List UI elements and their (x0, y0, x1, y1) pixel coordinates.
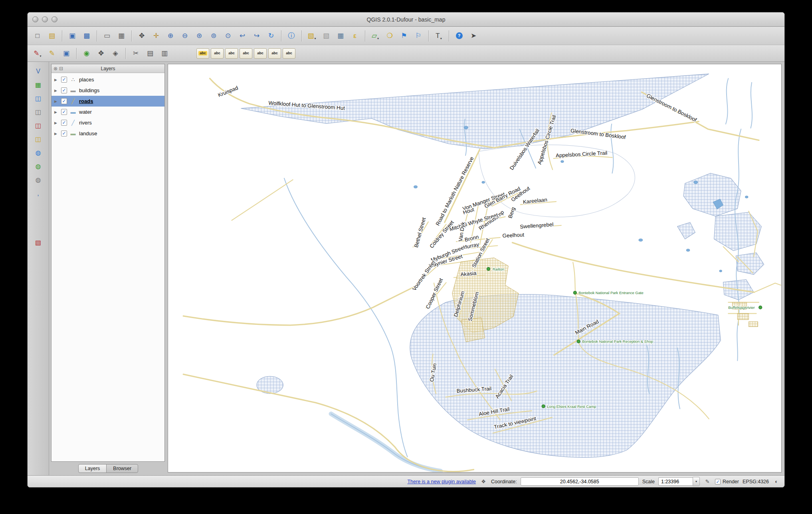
add-wfs-layer-button[interactable]: ◍ (31, 174, 46, 186)
add-feature-button[interactable]: ◉ (80, 47, 93, 59)
coordinate-input[interactable] (521, 477, 639, 486)
zoom-in-button[interactable]: ⊕ (164, 30, 177, 42)
expander-icon[interactable]: ▶ (54, 78, 59, 82)
layer-visibility-checkbox[interactable]: ✓ (61, 109, 67, 115)
layer-visibility-checkbox[interactable]: ✓ (61, 77, 67, 83)
layer-visibility-checkbox[interactable]: ✓ (61, 87, 67, 93)
add-wcs-layer-icon: ◍ (36, 163, 41, 170)
layer-visibility-checkbox[interactable]: ✓ (61, 98, 67, 104)
add-wcs-layer-button[interactable]: ◍ (31, 160, 46, 172)
save-project-as-button[interactable]: ▩ (80, 30, 93, 42)
new-project-button[interactable]: □ (31, 30, 44, 42)
scale-combo[interactable]: ▾ (658, 477, 700, 486)
zoom-to-selection-button[interactable]: ⊚ (207, 30, 220, 42)
expander-icon[interactable]: ▶ (54, 99, 59, 103)
show-hide-labels-button[interactable]: abc (283, 48, 295, 59)
panel-tab-browser[interactable]: Browser (106, 464, 138, 473)
labeling-options-button[interactable]: abc (196, 48, 209, 59)
highlight-pinned-labels-button[interactable]: abc (225, 48, 238, 59)
minimize-button[interactable] (42, 16, 48, 22)
show-bookmarks-button[interactable]: ⚐ (412, 30, 425, 42)
toggle-editing-button[interactable]: ✎ (45, 47, 59, 59)
pan-map-button[interactable]: ✥ (135, 30, 149, 42)
map-tips-button[interactable]: ❍ (383, 30, 396, 42)
projection-button[interactable]: ◐ (772, 478, 780, 486)
whats-this-button[interactable]: ➤ (467, 30, 480, 42)
new-shapefile-layer-button[interactable]: ▧ (31, 236, 46, 249)
panel-float-button[interactable]: ⊟ (59, 66, 63, 71)
composer-manager-button[interactable]: ▦ (115, 30, 128, 42)
measure-dropdown-icon[interactable]: ▾ (377, 37, 379, 42)
select-features-button[interactable]: ▧▾ (305, 30, 319, 42)
panel-tab-layers[interactable]: Layers (78, 464, 107, 473)
add-oracle-layer-button[interactable]: ◫ (31, 133, 46, 145)
add-postgis-layer-button[interactable]: ◫ (31, 92, 46, 105)
layer-visibility-checkbox[interactable]: ✓ (61, 130, 67, 136)
open-attribute-table-button[interactable]: ▦ (334, 30, 347, 42)
add-vector-layer-button[interactable]: V (31, 65, 46, 77)
add-raster-layer-button[interactable]: ▦ (31, 79, 46, 91)
zoom-last-button[interactable]: ↩ (236, 30, 249, 42)
panel-close-button[interactable]: ⊗ (53, 66, 57, 71)
measure-button[interactable]: ▱▾ (368, 30, 382, 42)
expander-icon[interactable]: ▶ (54, 110, 59, 114)
layer-item-landuse[interactable]: ▶✓▬landuse (51, 128, 164, 139)
expander-icon[interactable]: ▶ (54, 132, 59, 136)
scale-dropdown-icon[interactable]: ▾ (693, 477, 700, 486)
expander-icon[interactable]: ▶ (54, 89, 59, 93)
zoom-out-button[interactable]: ⊖ (178, 30, 192, 42)
add-delimited-text-layer-button[interactable]: , (31, 187, 46, 200)
deselect-features-button[interactable]: ▧ (319, 30, 333, 42)
maximize-button[interactable] (51, 16, 57, 22)
add-mssql-layer-button[interactable]: ◫ (31, 119, 46, 132)
layer-visibility-checkbox[interactable]: ✓ (61, 120, 67, 126)
zoom-next-button[interactable]: ↪ (250, 30, 263, 42)
new-bookmark-button[interactable]: ⚑ (397, 30, 411, 42)
identify-features-button[interactable]: ⓘ (285, 30, 298, 42)
move-feature-button[interactable]: ✥ (94, 47, 108, 59)
text-annotation-dropdown-icon[interactable]: ▾ (440, 37, 442, 42)
layer-item-roads[interactable]: ▶✓╱roads (51, 96, 164, 107)
pan-to-selection-button[interactable]: ✛ (149, 30, 163, 42)
layer-item-rivers[interactable]: ▶✓╱rivers (51, 117, 164, 128)
scale-input[interactable] (658, 477, 693, 486)
current-edits-dropdown-icon[interactable]: ▾ (40, 54, 42, 59)
map-canvas[interactable]: KruispadWolfkloof Hut to Glenstroom HutG… (168, 64, 782, 472)
render-checkbox[interactable]: ✓ Render (715, 479, 739, 484)
help-contents-button[interactable]: ? (452, 30, 466, 42)
new-print-composer-button[interactable]: ▭ (100, 30, 114, 42)
close-button[interactable] (32, 16, 38, 22)
layer-label: buildings (79, 87, 99, 93)
select-features-dropdown-icon[interactable]: ▾ (315, 37, 316, 42)
text-annotation-button[interactable]: T▾ (432, 30, 446, 42)
save-layer-edits-button[interactable]: ▣ (59, 47, 73, 59)
plugin-available-link[interactable]: There is a new plugin available (407, 479, 476, 484)
node-tool-button[interactable]: ◈ (109, 47, 122, 59)
change-label-button[interactable]: abc (268, 48, 281, 59)
text-annotation-icon: T (436, 32, 440, 39)
add-spatialite-layer-button[interactable]: ◫ (31, 106, 46, 118)
zoom-full-extent-button[interactable]: ⊛ (192, 30, 206, 42)
save-project-button[interactable]: ▣ (65, 30, 79, 42)
move-label-button[interactable]: abc (240, 48, 252, 59)
rotate-label-button[interactable]: abc (254, 48, 267, 59)
zoom-to-layer-button[interactable]: ⊙ (221, 30, 235, 42)
titlebar[interactable]: QGIS 2.0.1-Dufour - basic_map (28, 12, 784, 27)
copy-features-button[interactable]: ▤ (143, 47, 157, 59)
layer-item-places[interactable]: ▶✓∴places (51, 74, 164, 85)
add-vector-layer-icon: V (36, 68, 40, 75)
refresh-map-button[interactable]: ↻ (264, 30, 278, 42)
field-calculator-button[interactable]: ε (348, 30, 362, 42)
scale-edit-icon[interactable]: ✎ (703, 478, 711, 486)
plugin-icon[interactable]: ❖ (479, 478, 487, 486)
layer-item-buildings[interactable]: ▶✓▬buildings (51, 85, 164, 96)
pin-labels-button[interactable]: abc (211, 48, 224, 59)
current-edits-button[interactable]: ✎▾ (31, 47, 44, 59)
expander-icon[interactable]: ▶ (54, 121, 59, 125)
paste-features-button[interactable]: ▥ (158, 47, 171, 59)
add-wms-layer-button[interactable]: ◍ (31, 146, 46, 159)
zoom-to-selection-icon: ⊚ (211, 32, 216, 39)
cut-features-button[interactable]: ✂ (129, 47, 143, 59)
layer-item-water[interactable]: ▶✓▬water (51, 107, 164, 117)
open-project-button[interactable]: ▤ (45, 30, 59, 42)
